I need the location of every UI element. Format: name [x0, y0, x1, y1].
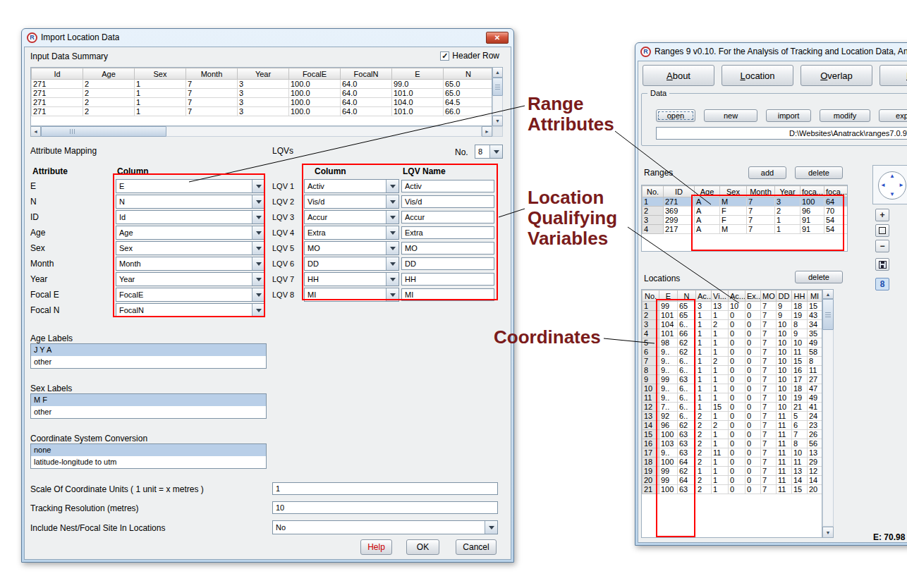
table-cell[interactable]: 62 [678, 338, 696, 348]
attribute-column-combo[interactable]: N [116, 195, 265, 209]
table-cell[interactable]: 1 [135, 80, 186, 89]
table-cell[interactable]: 9 [643, 375, 659, 384]
table-cell[interactable]: 7 [792, 430, 808, 439]
import-button[interactable]: import [766, 109, 811, 122]
table-cell[interactable]: 62 [678, 467, 696, 476]
chevron-down-icon[interactable] [386, 195, 398, 208]
table-cell[interactable]: 9.. [659, 448, 678, 458]
attribute-column-combo[interactable]: Age [116, 226, 265, 240]
table-cell[interactable]: 96 [659, 421, 678, 430]
table-cell[interactable]: 10 [777, 384, 792, 393]
lqv-name-input[interactable] [401, 180, 494, 192]
table-cell[interactable]: 92 [659, 412, 678, 421]
column-header[interactable]: Id [32, 68, 83, 80]
table-cell[interactable]: 1 [712, 467, 729, 476]
table-row[interactable]: 1271AM7310064 [643, 197, 848, 207]
table-row[interactable]: 2712173100.064.0101.065.0 [32, 89, 493, 98]
table-cell[interactable]: 9.. [659, 393, 678, 403]
table-cell[interactable]: 11 [777, 448, 792, 458]
table-row[interactable]: 119..6..11007101949 [643, 393, 822, 403]
table-cell[interactable]: 3 [238, 80, 289, 89]
age-labels-list[interactable]: J Y Aother [30, 343, 267, 369]
table-cell[interactable]: 63 [678, 448, 696, 458]
new-button[interactable]: new [704, 109, 757, 122]
attribute-column-combo[interactable]: Id [116, 210, 265, 224]
lqv-column-combo[interactable]: Extra [304, 226, 399, 240]
table-cell[interactable]: 271 [32, 89, 83, 98]
table-cell[interactable]: 4 [643, 329, 659, 338]
table-cell[interactable]: 15 [808, 302, 822, 311]
table-cell[interactable]: 6.. [678, 393, 696, 403]
table-cell[interactable]: 3 [775, 197, 801, 207]
column-header[interactable]: Ex... [745, 290, 761, 302]
table-cell[interactable]: 1 [712, 311, 729, 320]
locations-scroll-down-icon[interactable]: ▼ [822, 527, 834, 538]
locations-scrollbar-thumb[interactable] [822, 299, 834, 330]
chevron-down-icon[interactable] [386, 211, 398, 223]
table-cell[interactable]: 2 [712, 421, 729, 430]
table-cell[interactable]: 1 [712, 348, 729, 357]
table-row[interactable]: 1496622200711623 [643, 421, 822, 430]
save-view-button[interactable] [875, 258, 889, 271]
table-row[interactable]: 3299AF719154 [643, 216, 848, 225]
lqv-count-combo[interactable]: 8 [475, 145, 503, 159]
table-cell[interactable]: 91 [801, 216, 824, 225]
add-range-button[interactable]: add [748, 166, 786, 179]
table-row[interactable]: 127..6..115007102141 [643, 403, 822, 412]
table-cell[interactable]: 7 [761, 338, 777, 348]
table-cell[interactable]: 1 [135, 107, 186, 116]
table-cell[interactable]: 64.0 [341, 80, 392, 89]
table-cell[interactable]: 0 [745, 384, 761, 393]
table-cell[interactable]: A [695, 216, 720, 225]
table-cell[interactable]: 63 [678, 485, 696, 494]
column-header[interactable]: DD [777, 290, 792, 302]
table-cell[interactable]: 0 [745, 348, 761, 357]
table-cell[interactable]: 1 [696, 311, 712, 320]
coordinate-conversion-list[interactable]: nonelatitude-longitude to utm [30, 443, 267, 469]
sex-labels-list[interactable]: M Fother [30, 393, 267, 419]
delete-range-button[interactable]: delete [795, 166, 843, 179]
table-cell[interactable]: 2 [83, 107, 135, 116]
table-cell[interactable]: 10 [792, 338, 808, 348]
column-header[interactable]: FocalE [289, 68, 341, 80]
table-cell[interactable]: 20 [643, 476, 659, 485]
table-cell[interactable]: 0 [729, 329, 745, 338]
column-header[interactable]: Sex [720, 186, 747, 197]
table-cell[interactable]: 271 [32, 80, 83, 89]
table-cell[interactable]: 29 [808, 458, 822, 467]
table-cell[interactable]: 58 [808, 348, 822, 357]
table-cell[interactable]: 98 [659, 338, 678, 348]
overlap-button[interactable]: Overlap [801, 65, 872, 86]
table-cell[interactable]: 0 [729, 311, 745, 320]
column-header[interactable]: No. [643, 186, 664, 197]
table-cell[interactable]: 10 [777, 393, 792, 403]
table-cell[interactable]: 8 [792, 439, 808, 448]
table-cell[interactable]: 65 [678, 302, 696, 311]
chevron-down-icon[interactable] [386, 257, 398, 270]
chevron-down-icon[interactable] [252, 273, 264, 286]
table-cell[interactable]: 0 [745, 485, 761, 494]
table-cell[interactable]: 271 [32, 98, 83, 107]
table-cell[interactable]: 7 [761, 348, 777, 357]
table-cell[interactable]: 0 [745, 430, 761, 439]
table-cell[interactable]: 0 [729, 375, 745, 384]
table-cell[interactable]: 3 [696, 302, 712, 311]
table-cell[interactable]: 0 [729, 348, 745, 357]
table-cell[interactable]: 0 [729, 412, 745, 421]
table-cell[interactable]: A [695, 207, 720, 216]
table-cell[interactable]: 2 [696, 458, 712, 467]
table-cell[interactable]: 1 [712, 375, 729, 384]
table-cell[interactable]: 47 [808, 384, 822, 393]
column-header[interactable]: ID [664, 186, 695, 197]
table-cell[interactable]: 271 [664, 197, 695, 207]
list-item[interactable]: none [31, 444, 266, 456]
table-cell[interactable]: 4 [643, 225, 664, 234]
modify-button[interactable]: modify [820, 109, 870, 122]
table-cell[interactable]: 5 [792, 412, 808, 421]
table-cell[interactable]: 13 [712, 302, 729, 311]
chevron-down-icon[interactable] [386, 242, 398, 255]
table-row[interactable]: 20996421007111414 [643, 476, 822, 485]
graphics-button[interactable]: 8 [875, 278, 889, 290]
scale-units-input[interactable] [272, 482, 498, 495]
table-cell[interactable]: 99 [659, 375, 678, 384]
